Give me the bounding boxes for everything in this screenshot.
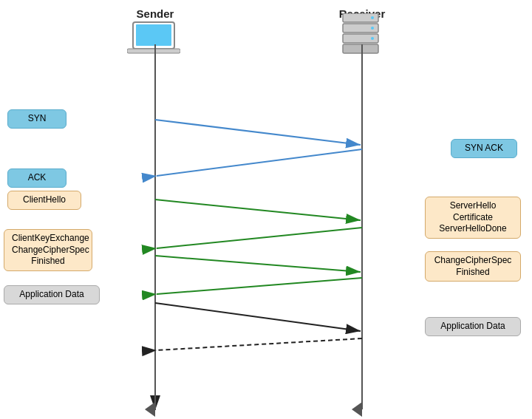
- clienthello-arrow: [155, 200, 361, 220]
- syn-arrow: [155, 120, 361, 145]
- appdata-return-arrow: [157, 338, 362, 350]
- sender-vline: [154, 44, 156, 392]
- synack-arrow: [157, 149, 362, 176]
- clientkeyexchange-box: ClientKeyExchangeChangeCipherSpecFinishe…: [4, 229, 92, 271]
- appdata-arrow: [155, 303, 361, 331]
- svg-point-7: [371, 16, 374, 19]
- svg-point-9: [371, 37, 374, 40]
- receiver-vline: [361, 44, 363, 392]
- clientkeyexchange-arrow: [155, 256, 361, 272]
- svg-point-8: [371, 27, 374, 30]
- svg-rect-6: [343, 44, 378, 53]
- cipherspec-right-box: ChangeCipherSpecFinished: [425, 251, 521, 282]
- synack-box: SYN ACK: [451, 139, 517, 158]
- tls-diagram: Sender Receiver SYN ACK ClientHello: [0, 0, 532, 419]
- sender-label: Sender: [126, 7, 185, 20]
- svg-rect-1: [136, 24, 171, 46]
- cipherspec-arrow: [157, 278, 362, 294]
- syn-box: SYN: [7, 109, 66, 129]
- ack-box: ACK: [7, 168, 66, 188]
- sender-icon: [124, 21, 183, 62]
- serverhello-arrow: [157, 228, 362, 248]
- clienthello-box: ClientHello: [7, 191, 81, 210]
- serverhello-box: ServerHelloCertificateServerHelloDone: [425, 197, 521, 239]
- receiver-icon: [331, 13, 390, 62]
- appdata-right-box: Application Data: [425, 317, 521, 336]
- appdata-left-box: Application Data: [4, 285, 100, 304]
- svg-rect-2: [127, 49, 180, 53]
